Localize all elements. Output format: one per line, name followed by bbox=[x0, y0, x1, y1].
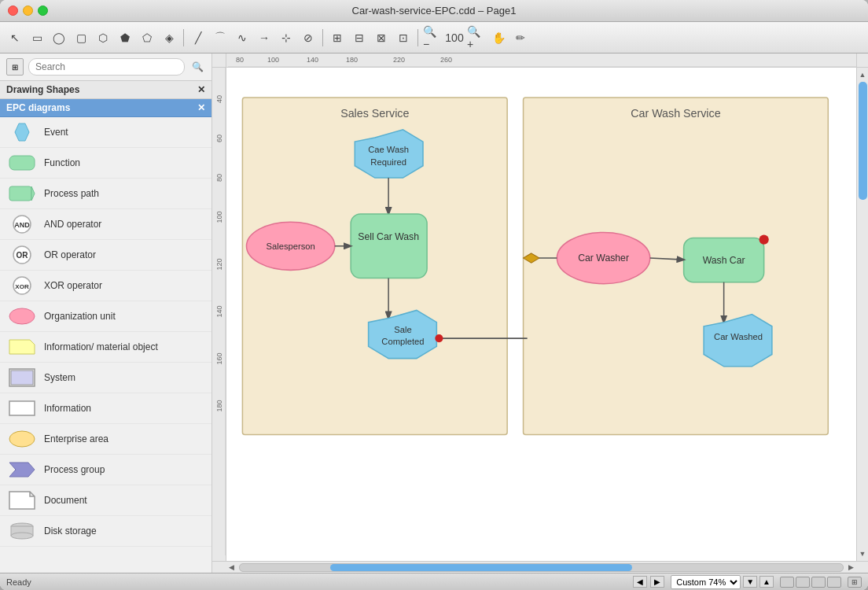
shape-tool2[interactable]: ⬟ bbox=[115, 28, 135, 48]
rounded-rect-tool[interactable]: ▢ bbox=[71, 28, 91, 48]
cursor-tool[interactable]: ↖ bbox=[5, 28, 25, 48]
information-shape-icon bbox=[8, 397, 36, 419]
svg-text:140: 140 bbox=[307, 56, 318, 64]
zoom-control: Custom 74% 50% 75% 100% 150% ▼ ▲ bbox=[671, 575, 774, 589]
scroll-down-btn[interactable]: ▼ bbox=[858, 548, 868, 559]
line-tool[interactable]: ⌒ bbox=[210, 28, 230, 48]
main-area: ⊞ 🔍 Drawing Shapes ✕ EPC diagrams ✕ bbox=[0, 53, 868, 573]
disk-storage-label: Disk storage bbox=[44, 525, 97, 537]
sidebar-item-enterprise-area[interactable]: Enterprise area bbox=[0, 424, 211, 455]
sidebar-items-list: Event Function bbox=[0, 117, 211, 573]
sidebar-item-function[interactable]: Function bbox=[0, 148, 211, 179]
svg-text:40: 40 bbox=[215, 95, 223, 103]
pen-tool[interactable]: ✏ bbox=[510, 28, 531, 48]
svg-text:Car Washer: Car Washer bbox=[578, 253, 629, 264]
view-btn-1[interactable] bbox=[780, 577, 794, 588]
event-label: Event bbox=[44, 127, 68, 138]
view-btn-2[interactable] bbox=[796, 577, 810, 588]
scroll-track-h[interactable] bbox=[239, 563, 844, 572]
ellipse-tool[interactable]: ◯ bbox=[49, 28, 69, 48]
fit-page-btn[interactable]: ⊞ bbox=[848, 577, 862, 588]
canvas-content[interactable]: Sales Service Car Wash Service Cae Wash … bbox=[226, 68, 856, 561]
zoom-stepper-up[interactable]: ▲ bbox=[760, 576, 774, 588]
process-path-label: Process path bbox=[44, 188, 99, 199]
sidebar-item-process-path[interactable]: Process path bbox=[0, 179, 211, 209]
page-controls: ◀ ▶ bbox=[633, 576, 664, 588]
org-unit-label: Organization unit bbox=[44, 311, 116, 322]
sidebar-item-process-group[interactable]: Process group bbox=[0, 455, 211, 485]
zoom-select[interactable]: Custom 74% 50% 75% 100% 150% bbox=[671, 575, 741, 589]
sidebar-item-event[interactable]: Event bbox=[0, 117, 211, 148]
drawing-shapes-close[interactable]: ✕ bbox=[197, 84, 205, 95]
page-prev-btn[interactable]: ◀ bbox=[633, 576, 647, 588]
svg-point-19 bbox=[11, 533, 33, 539]
scroll-right-btn[interactable]: ▶ bbox=[846, 563, 856, 571]
bezier-tool[interactable]: ⊘ bbox=[298, 28, 318, 48]
sell-car-wash-node[interactable] bbox=[351, 214, 427, 278]
distribute-tool[interactable]: ⊠ bbox=[371, 28, 392, 48]
scrollbar-vertical[interactable]: ▲ ▼ bbox=[856, 68, 868, 561]
sidebar-item-disk-storage[interactable]: Disk storage bbox=[0, 516, 211, 547]
group-tool[interactable]: ⊞ bbox=[327, 28, 348, 48]
sidebar-search-icon[interactable]: 🔍 bbox=[189, 59, 205, 75]
svg-text:Salesperson: Salesperson bbox=[266, 242, 314, 251]
point-tool[interactable]: ⊹ bbox=[276, 28, 296, 48]
shape-tool4[interactable]: ◈ bbox=[159, 28, 179, 48]
scroll-left-btn[interactable]: ◀ bbox=[226, 563, 237, 571]
hscroll-area: ◀ ▶ bbox=[212, 561, 868, 573]
svg-marker-0 bbox=[15, 124, 29, 141]
epc-section-close[interactable]: ✕ bbox=[197, 102, 205, 113]
status-text: Ready bbox=[6, 577, 627, 587]
sidebar-item-org-unit[interactable]: Organization unit bbox=[0, 301, 211, 332]
curve-tool[interactable]: ∿ bbox=[232, 28, 252, 48]
scroll-thumb-v[interactable] bbox=[859, 82, 867, 200]
svg-text:Wash Car: Wash Car bbox=[703, 255, 745, 266]
document-shape-icon bbox=[8, 489, 36, 511]
canvas-inner: Sales Service Car Wash Service Cae Wash … bbox=[226, 68, 856, 561]
ruler-horizontal: 80 100 140 180 220 260 bbox=[226, 53, 856, 68]
view-btn-3[interactable] bbox=[811, 577, 826, 588]
svg-point-59 bbox=[760, 234, 769, 244]
sidebar-grid-button[interactable]: ⊞ bbox=[6, 58, 24, 76]
zoom-in-btn[interactable]: 🔍+ bbox=[466, 28, 487, 48]
zoom-stepper-down[interactable]: ▼ bbox=[743, 576, 757, 588]
maximize-button[interactable] bbox=[38, 6, 48, 16]
sidebar-item-or-operator[interactable]: OR OR operator bbox=[0, 240, 211, 271]
svg-text:100: 100 bbox=[267, 56, 279, 64]
or-operator-label: OR operator bbox=[44, 249, 96, 260]
svg-text:AND: AND bbox=[14, 221, 30, 229]
scroll-thumb-h[interactable] bbox=[330, 564, 632, 571]
sidebar-item-info-material[interactable]: Information/ material object bbox=[0, 332, 211, 363]
svg-text:Completed: Completed bbox=[381, 337, 424, 346]
xor-shape-icon: XOR bbox=[8, 275, 36, 297]
sidebar-item-system[interactable]: System bbox=[0, 363, 211, 393]
shape-tool3[interactable]: ⬠ bbox=[137, 28, 157, 48]
align-tool[interactable]: ⊟ bbox=[349, 28, 370, 48]
sidebar-item-and-operator[interactable]: AND AND operator bbox=[0, 209, 211, 240]
page-next-btn[interactable]: ▶ bbox=[650, 576, 664, 588]
hand-tool[interactable]: ✋ bbox=[488, 28, 509, 48]
close-button[interactable] bbox=[8, 6, 18, 16]
rect-tool[interactable]: ▭ bbox=[27, 28, 47, 48]
and-operator-label: AND operator bbox=[44, 219, 101, 230]
svg-point-51 bbox=[435, 334, 443, 342]
sidebar-item-information[interactable]: Information bbox=[0, 393, 211, 424]
connector-tool[interactable]: ╱ bbox=[188, 28, 208, 48]
arrow-tool[interactable]: → bbox=[254, 28, 274, 48]
sidebar-item-xor-operator[interactable]: XOR XOR operator bbox=[0, 271, 211, 301]
document-label: Document bbox=[44, 495, 87, 506]
sidebar-item-document[interactable]: Document bbox=[0, 485, 211, 516]
view-btn-4[interactable] bbox=[827, 577, 841, 588]
info-material-shape-icon bbox=[8, 336, 36, 358]
zoom-reset-btn[interactable]: 100 bbox=[444, 28, 465, 48]
layout-tool[interactable]: ⊡ bbox=[393, 28, 414, 48]
minimize-button[interactable] bbox=[23, 6, 33, 16]
svg-rect-2 bbox=[9, 186, 31, 201]
shape-tool1[interactable]: ⬡ bbox=[93, 28, 113, 48]
or-shape-icon: OR bbox=[8, 244, 36, 266]
scroll-up-btn[interactable]: ▲ bbox=[858, 69, 868, 80]
zoom-out-btn[interactable]: 🔍− bbox=[422, 28, 443, 48]
search-input[interactable] bbox=[28, 58, 185, 76]
search-area: ⊞ 🔍 bbox=[0, 53, 211, 81]
traffic-lights bbox=[8, 6, 48, 16]
